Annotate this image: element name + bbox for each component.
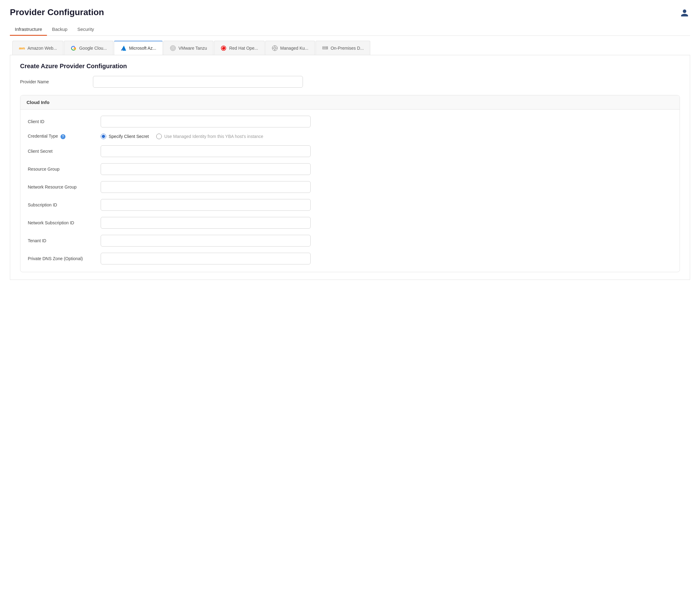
network-resource-group-label: Network Resource Group: [28, 185, 96, 189]
form-section-title: Create Azure Provider Configuration: [20, 63, 680, 70]
page-title: Provider Configuration: [10, 7, 104, 17]
network-subscription-id-row: Network Subscription ID: [28, 217, 672, 229]
private-dns-zone-input[interactable]: [101, 253, 311, 265]
tenant-id-row: Tenant ID: [28, 235, 672, 247]
main-content: Create Azure Provider Configuration Prov…: [10, 55, 690, 280]
client-secret-row: Client Secret: [28, 145, 672, 157]
provider-tabs-bar: aws Amazon Web... Google Clou...: [10, 41, 690, 55]
tab-infrastructure[interactable]: Infrastructure: [10, 23, 47, 36]
tenant-id-input[interactable]: [101, 235, 311, 247]
redhat-icon: [221, 45, 227, 51]
kubernetes-icon: [272, 45, 278, 51]
credential-type-radio-group: Specify Client Secret Use Managed Identi…: [101, 133, 263, 139]
resource-group-input[interactable]: [101, 163, 311, 175]
tab-backup[interactable]: Backup: [47, 23, 72, 36]
cloud-info-header: Cloud Info: [20, 95, 680, 110]
provider-tab-kubernetes[interactable]: Managed Ku...: [265, 41, 315, 55]
radio-specify-client-secret[interactable]: Specify Client Secret: [101, 133, 149, 139]
client-id-input[interactable]: [101, 116, 311, 127]
provider-tab-redhat-label: Red Hat Ope...: [229, 46, 258, 51]
cloud-info-body: Client ID Credential Type ? Specify Clie…: [20, 110, 680, 272]
subscription-id-label: Subscription ID: [28, 202, 96, 207]
network-resource-group-row: Network Resource Group: [28, 181, 672, 193]
top-nav: Infrastructure Backup Security: [10, 23, 690, 36]
provider-tab-aws-label: Amazon Web...: [27, 46, 57, 51]
provider-tab-gcp[interactable]: Google Clou...: [64, 41, 113, 55]
provider-tab-vmware[interactable]: VMware Tanzu: [163, 41, 213, 55]
private-dns-zone-label: Private DNS Zone (Optional): [28, 256, 96, 261]
resource-group-label: Resource Group: [28, 167, 96, 172]
client-id-row: Client ID: [28, 116, 672, 127]
provider-name-row: Provider Name: [20, 76, 680, 88]
client-secret-input[interactable]: [101, 145, 311, 157]
svg-point-4: [274, 47, 276, 49]
provider-name-label: Provider Name: [20, 79, 88, 84]
gcp-icon: [70, 45, 77, 51]
provider-tab-vmware-label: VMware Tanzu: [178, 46, 207, 51]
provider-tab-onprem-label: On-Premises D...: [331, 46, 364, 51]
provider-tab-redhat[interactable]: Red Hat Ope...: [214, 41, 264, 55]
network-resource-group-input[interactable]: [101, 181, 311, 193]
resource-group-row: Resource Group: [28, 163, 672, 175]
aws-icon: aws: [19, 45, 25, 51]
provider-name-input[interactable]: [93, 76, 303, 88]
credential-type-row: Credential Type ? Specify Client Secret …: [28, 133, 672, 139]
tenant-id-label: Tenant ID: [28, 238, 96, 243]
onprem-icon: [322, 45, 328, 51]
tab-security[interactable]: Security: [72, 23, 99, 36]
svg-point-11: [327, 46, 327, 47]
credential-type-label: Credential Type ?: [28, 133, 96, 139]
azure-icon: [120, 45, 126, 51]
provider-tab-azure[interactable]: Microsoft Az...: [114, 41, 163, 55]
radio-managed-identity-input[interactable]: [156, 133, 162, 139]
user-icon-button[interactable]: [679, 7, 690, 18]
client-id-label: Client ID: [28, 119, 96, 124]
provider-tab-onprem[interactable]: On-Premises D...: [316, 41, 370, 55]
network-subscription-id-input[interactable]: [101, 217, 311, 229]
radio-specify-client-secret-label: Specify Client Secret: [109, 134, 149, 139]
svg-point-12: [327, 48, 327, 49]
vmware-icon: [170, 45, 176, 51]
provider-tab-aws[interactable]: aws Amazon Web...: [12, 41, 63, 55]
credential-type-info-icon[interactable]: ?: [61, 134, 66, 139]
private-dns-zone-row: Private DNS Zone (Optional): [28, 253, 672, 265]
radio-managed-identity-label: Use Managed Identity from this YBA host'…: [164, 134, 263, 139]
provider-tab-azure-label: Microsoft Az...: [129, 46, 156, 51]
svg-point-2: [172, 47, 173, 48]
client-secret-label: Client Secret: [28, 149, 96, 154]
network-subscription-id-label: Network Subscription ID: [28, 220, 96, 225]
provider-tab-kubernetes-label: Managed Ku...: [280, 46, 309, 51]
subscription-id-input[interactable]: [101, 199, 311, 211]
radio-specify-client-secret-input[interactable]: [101, 133, 106, 139]
provider-tab-gcp-label: Google Clou...: [79, 46, 107, 51]
radio-managed-identity[interactable]: Use Managed Identity from this YBA host'…: [156, 133, 263, 139]
user-icon: [680, 9, 689, 17]
subscription-id-row: Subscription ID: [28, 199, 672, 211]
cloud-info-section: Cloud Info Client ID Credential Type ?: [20, 95, 680, 272]
